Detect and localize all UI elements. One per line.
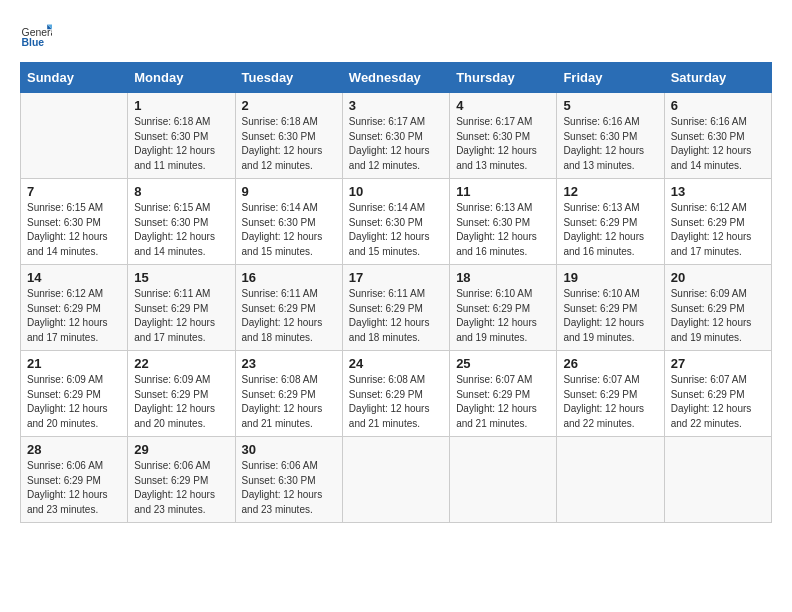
calendar-cell: 1Sunrise: 6:18 AM Sunset: 6:30 PM Daylig… [128, 93, 235, 179]
calendar-cell: 2Sunrise: 6:18 AM Sunset: 6:30 PM Daylig… [235, 93, 342, 179]
calendar-cell: 3Sunrise: 6:17 AM Sunset: 6:30 PM Daylig… [342, 93, 449, 179]
day-number: 16 [242, 270, 336, 285]
day-info: Sunrise: 6:06 AM Sunset: 6:29 PM Dayligh… [27, 459, 121, 517]
calendar-cell [450, 437, 557, 523]
day-info: Sunrise: 6:12 AM Sunset: 6:29 PM Dayligh… [27, 287, 121, 345]
day-info: Sunrise: 6:09 AM Sunset: 6:29 PM Dayligh… [671, 287, 765, 345]
day-number: 12 [563, 184, 657, 199]
day-number: 27 [671, 356, 765, 371]
day-info: Sunrise: 6:09 AM Sunset: 6:29 PM Dayligh… [27, 373, 121, 431]
calendar-cell: 8Sunrise: 6:15 AM Sunset: 6:30 PM Daylig… [128, 179, 235, 265]
day-number: 10 [349, 184, 443, 199]
calendar-cell: 13Sunrise: 6:12 AM Sunset: 6:29 PM Dayli… [664, 179, 771, 265]
calendar-header-monday: Monday [128, 63, 235, 93]
logo: General Blue [20, 18, 52, 50]
calendar-cell: 6Sunrise: 6:16 AM Sunset: 6:30 PM Daylig… [664, 93, 771, 179]
day-info: Sunrise: 6:08 AM Sunset: 6:29 PM Dayligh… [242, 373, 336, 431]
day-number: 8 [134, 184, 228, 199]
calendar-cell: 14Sunrise: 6:12 AM Sunset: 6:29 PM Dayli… [21, 265, 128, 351]
calendar-week-row: 1Sunrise: 6:18 AM Sunset: 6:30 PM Daylig… [21, 93, 772, 179]
calendar-cell: 11Sunrise: 6:13 AM Sunset: 6:30 PM Dayli… [450, 179, 557, 265]
day-number: 3 [349, 98, 443, 113]
calendar-cell: 20Sunrise: 6:09 AM Sunset: 6:29 PM Dayli… [664, 265, 771, 351]
calendar-cell: 24Sunrise: 6:08 AM Sunset: 6:29 PM Dayli… [342, 351, 449, 437]
calendar-week-row: 28Sunrise: 6:06 AM Sunset: 6:29 PM Dayli… [21, 437, 772, 523]
logo-icon: General Blue [20, 18, 52, 50]
day-number: 15 [134, 270, 228, 285]
calendar-cell: 16Sunrise: 6:11 AM Sunset: 6:29 PM Dayli… [235, 265, 342, 351]
calendar-cell: 29Sunrise: 6:06 AM Sunset: 6:29 PM Dayli… [128, 437, 235, 523]
day-number: 30 [242, 442, 336, 457]
calendar-cell: 26Sunrise: 6:07 AM Sunset: 6:29 PM Dayli… [557, 351, 664, 437]
calendar-cell [21, 93, 128, 179]
calendar-cell: 9Sunrise: 6:14 AM Sunset: 6:30 PM Daylig… [235, 179, 342, 265]
day-number: 26 [563, 356, 657, 371]
calendar-cell: 30Sunrise: 6:06 AM Sunset: 6:30 PM Dayli… [235, 437, 342, 523]
day-info: Sunrise: 6:08 AM Sunset: 6:29 PM Dayligh… [349, 373, 443, 431]
day-info: Sunrise: 6:07 AM Sunset: 6:29 PM Dayligh… [671, 373, 765, 431]
day-info: Sunrise: 6:06 AM Sunset: 6:29 PM Dayligh… [134, 459, 228, 517]
day-info: Sunrise: 6:13 AM Sunset: 6:30 PM Dayligh… [456, 201, 550, 259]
calendar-cell: 5Sunrise: 6:16 AM Sunset: 6:30 PM Daylig… [557, 93, 664, 179]
day-info: Sunrise: 6:07 AM Sunset: 6:29 PM Dayligh… [563, 373, 657, 431]
day-info: Sunrise: 6:06 AM Sunset: 6:30 PM Dayligh… [242, 459, 336, 517]
day-number: 19 [563, 270, 657, 285]
day-number: 6 [671, 98, 765, 113]
calendar-cell: 10Sunrise: 6:14 AM Sunset: 6:30 PM Dayli… [342, 179, 449, 265]
day-number: 11 [456, 184, 550, 199]
day-number: 5 [563, 98, 657, 113]
calendar-cell [342, 437, 449, 523]
calendar-header-thursday: Thursday [450, 63, 557, 93]
day-info: Sunrise: 6:16 AM Sunset: 6:30 PM Dayligh… [563, 115, 657, 173]
calendar-cell: 27Sunrise: 6:07 AM Sunset: 6:29 PM Dayli… [664, 351, 771, 437]
day-number: 25 [456, 356, 550, 371]
day-number: 28 [27, 442, 121, 457]
day-info: Sunrise: 6:15 AM Sunset: 6:30 PM Dayligh… [134, 201, 228, 259]
day-number: 29 [134, 442, 228, 457]
calendar-cell: 22Sunrise: 6:09 AM Sunset: 6:29 PM Dayli… [128, 351, 235, 437]
day-info: Sunrise: 6:11 AM Sunset: 6:29 PM Dayligh… [242, 287, 336, 345]
calendar-header-sunday: Sunday [21, 63, 128, 93]
calendar-cell: 19Sunrise: 6:10 AM Sunset: 6:29 PM Dayli… [557, 265, 664, 351]
calendar-header-tuesday: Tuesday [235, 63, 342, 93]
calendar-table: SundayMondayTuesdayWednesdayThursdayFrid… [20, 62, 772, 523]
day-number: 9 [242, 184, 336, 199]
day-number: 21 [27, 356, 121, 371]
calendar-week-row: 21Sunrise: 6:09 AM Sunset: 6:29 PM Dayli… [21, 351, 772, 437]
day-number: 24 [349, 356, 443, 371]
calendar-cell: 25Sunrise: 6:07 AM Sunset: 6:29 PM Dayli… [450, 351, 557, 437]
calendar-cell [664, 437, 771, 523]
calendar-cell: 18Sunrise: 6:10 AM Sunset: 6:29 PM Dayli… [450, 265, 557, 351]
calendar-header-row: SundayMondayTuesdayWednesdayThursdayFrid… [21, 63, 772, 93]
day-number: 23 [242, 356, 336, 371]
day-info: Sunrise: 6:15 AM Sunset: 6:30 PM Dayligh… [27, 201, 121, 259]
day-info: Sunrise: 6:18 AM Sunset: 6:30 PM Dayligh… [134, 115, 228, 173]
calendar-cell: 15Sunrise: 6:11 AM Sunset: 6:29 PM Dayli… [128, 265, 235, 351]
day-number: 22 [134, 356, 228, 371]
day-info: Sunrise: 6:10 AM Sunset: 6:29 PM Dayligh… [456, 287, 550, 345]
calendar-cell: 7Sunrise: 6:15 AM Sunset: 6:30 PM Daylig… [21, 179, 128, 265]
calendar-week-row: 14Sunrise: 6:12 AM Sunset: 6:29 PM Dayli… [21, 265, 772, 351]
day-number: 14 [27, 270, 121, 285]
page-header: General Blue [20, 18, 772, 50]
day-info: Sunrise: 6:12 AM Sunset: 6:29 PM Dayligh… [671, 201, 765, 259]
day-info: Sunrise: 6:11 AM Sunset: 6:29 PM Dayligh… [349, 287, 443, 345]
calendar-cell [557, 437, 664, 523]
calendar-cell: 17Sunrise: 6:11 AM Sunset: 6:29 PM Dayli… [342, 265, 449, 351]
day-info: Sunrise: 6:18 AM Sunset: 6:30 PM Dayligh… [242, 115, 336, 173]
day-number: 18 [456, 270, 550, 285]
day-number: 4 [456, 98, 550, 113]
day-info: Sunrise: 6:07 AM Sunset: 6:29 PM Dayligh… [456, 373, 550, 431]
calendar-cell: 12Sunrise: 6:13 AM Sunset: 6:29 PM Dayli… [557, 179, 664, 265]
day-number: 7 [27, 184, 121, 199]
day-number: 17 [349, 270, 443, 285]
calendar-cell: 23Sunrise: 6:08 AM Sunset: 6:29 PM Dayli… [235, 351, 342, 437]
calendar-header-saturday: Saturday [664, 63, 771, 93]
day-info: Sunrise: 6:11 AM Sunset: 6:29 PM Dayligh… [134, 287, 228, 345]
day-info: Sunrise: 6:14 AM Sunset: 6:30 PM Dayligh… [349, 201, 443, 259]
calendar-cell: 21Sunrise: 6:09 AM Sunset: 6:29 PM Dayli… [21, 351, 128, 437]
day-info: Sunrise: 6:17 AM Sunset: 6:30 PM Dayligh… [456, 115, 550, 173]
day-number: 2 [242, 98, 336, 113]
svg-text:Blue: Blue [22, 37, 45, 48]
day-info: Sunrise: 6:10 AM Sunset: 6:29 PM Dayligh… [563, 287, 657, 345]
